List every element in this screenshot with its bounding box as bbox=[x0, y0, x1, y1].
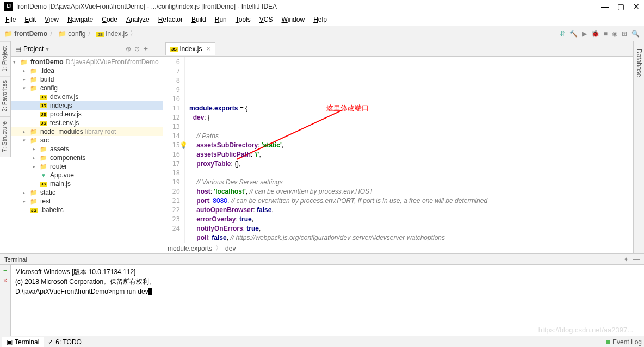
terminal-hide-icon[interactable]: — bbox=[633, 256, 640, 263]
terminal-content[interactable]: Microsoft Windows [版本 10.0.17134.112](c)… bbox=[11, 265, 644, 336]
menu-navigate[interactable]: Navigate bbox=[64, 15, 96, 24]
tree-item[interactable]: JSprod.env.js bbox=[11, 110, 163, 119]
vertical-tab[interactable]: 1: Project bbox=[0, 41, 10, 76]
tree-label: main.js bbox=[50, 180, 71, 188]
code-breadcrumb-item[interactable]: module.exports bbox=[168, 245, 212, 252]
menu-tools[interactable]: Tools bbox=[232, 15, 254, 24]
editor-tab[interactable]: JS index.js × bbox=[165, 42, 215, 55]
terminal-header: Terminal ✦ — bbox=[0, 254, 644, 265]
breadcrumb-item[interactable]: 📁 frontDemo bbox=[4, 30, 47, 38]
maximize-button[interactable]: ▢ bbox=[617, 2, 624, 11]
breadcrumb-item[interactable]: JS index.js bbox=[96, 30, 128, 38]
bottom-tab[interactable]: ▣Terminal bbox=[2, 337, 44, 347]
tree-item[interactable]: App.vue bbox=[11, 171, 163, 179]
profile-icon[interactable]: ◉ bbox=[612, 30, 617, 38]
project-tree[interactable]: ▾ frontDemo D:\javaApiXVueFront\frontDem… bbox=[11, 57, 163, 253]
vertical-tab[interactable]: Database bbox=[634, 46, 644, 253]
minimize-button[interactable]: — bbox=[601, 2, 609, 11]
collapse-icon[interactable]: ⊕ bbox=[126, 45, 131, 53]
build-icon[interactable]: 🔨 bbox=[569, 30, 578, 38]
tree-item[interactable]: JS.babelrc bbox=[11, 206, 163, 214]
editor-tabs: JS index.js × bbox=[163, 41, 633, 57]
menu-window[interactable]: Window bbox=[278, 15, 308, 24]
terminal-sidebar: + × bbox=[0, 265, 11, 336]
breadcrumb-item[interactable]: 📁 config bbox=[58, 30, 85, 38]
editor-area: JS index.js × 67891011121314151617181920… bbox=[163, 41, 633, 253]
nav-bar: 📁 frontDemo〉📁 config〉JS index.js〉 ⇵ 🔨 ▶ … bbox=[0, 26, 644, 41]
vertical-tab[interactable]: 7: Structure bbox=[0, 116, 10, 157]
menu-run[interactable]: Run bbox=[212, 15, 230, 24]
code-breadcrumb-item[interactable]: dev bbox=[225, 245, 236, 252]
tree-item[interactable]: ▸components bbox=[11, 153, 163, 162]
menu-code[interactable]: Code bbox=[98, 15, 121, 24]
tree-item[interactable]: ▾src bbox=[11, 136, 163, 145]
menu-bar: FileEditViewNavigateCodeAnalyzeRefactorB… bbox=[0, 13, 644, 26]
folder-icon bbox=[20, 59, 28, 66]
tree-item[interactable]: ▸.idea bbox=[11, 66, 163, 75]
project-panel: ▤ Project ▾ ⊕ ⊙ ✦ — ▾ frontDemo D:\javaA… bbox=[11, 41, 163, 253]
tree-item[interactable]: ▸build bbox=[11, 75, 163, 84]
menu-file[interactable]: File bbox=[2, 15, 19, 24]
gear-icon[interactable]: ✦ bbox=[143, 45, 148, 53]
menu-vcs[interactable]: VCS bbox=[256, 15, 276, 24]
sync-icon[interactable]: ⇵ bbox=[560, 30, 565, 38]
close-tab-icon[interactable]: × bbox=[206, 45, 210, 53]
project-title: Project bbox=[23, 45, 44, 53]
terminal-gear-icon[interactable]: ✦ bbox=[623, 256, 629, 263]
stop-icon[interactable]: ■ bbox=[604, 30, 608, 38]
tree-item[interactable]: JSindex.js bbox=[11, 101, 163, 110]
vue-icon bbox=[39, 172, 48, 178]
menu-view[interactable]: View bbox=[41, 15, 62, 24]
menu-refactor[interactable]: Refactor bbox=[155, 15, 186, 24]
bottom-tab[interactable]: ✓6: TODO bbox=[44, 337, 86, 347]
tree-item[interactable]: ▸node_moduleslibrary root bbox=[11, 127, 163, 136]
tree-label: static bbox=[40, 189, 55, 196]
tree-item[interactable]: ▾config bbox=[11, 84, 163, 92]
js-icon: JS bbox=[39, 95, 48, 100]
code-area[interactable]: 这里修改端口 module.exports = { dev: { // Path… bbox=[185, 57, 633, 243]
editor-content[interactable]: 6789101112131415161718192021222324 这里修改端… bbox=[163, 57, 633, 243]
tree-label: dev.env.js bbox=[50, 93, 78, 101]
terminal-panel: Terminal ✦ — + × Microsoft Windows [版本 1… bbox=[0, 253, 644, 336]
tree-label: node_modules bbox=[40, 128, 83, 135]
tree-item[interactable]: JSmain.js bbox=[11, 179, 163, 188]
app-icon: IJ bbox=[4, 2, 13, 11]
tree-item[interactable]: ▸assets bbox=[11, 145, 163, 153]
close-terminal-icon[interactable]: × bbox=[3, 277, 7, 284]
event-log[interactable]: Event Log bbox=[606, 338, 642, 346]
run-icon[interactable]: ▶ bbox=[582, 30, 587, 38]
js-icon: JS bbox=[170, 47, 178, 52]
debug-icon[interactable]: 🐞 bbox=[591, 30, 599, 38]
folder-icon bbox=[29, 85, 38, 92]
bottom-tabs: ▣Terminal✓6: TODOEvent Log bbox=[0, 336, 644, 347]
breadcrumb[interactable]: 📁 frontDemo〉📁 config〉JS index.js〉 bbox=[4, 29, 560, 38]
menu-edit[interactable]: Edit bbox=[21, 15, 39, 24]
tree-item[interactable]: JSdev.env.js bbox=[11, 92, 163, 101]
dropdown-icon[interactable]: ▾ bbox=[46, 45, 49, 53]
target-icon[interactable]: ⊙ bbox=[134, 45, 140, 53]
menu-help[interactable]: Help bbox=[310, 15, 330, 24]
search-icon[interactable]: 🔍 bbox=[631, 30, 640, 38]
code-breadcrumb[interactable]: module.exports〉dev bbox=[163, 243, 633, 253]
tree-label: config bbox=[40, 84, 58, 92]
tree-item[interactable]: ▸test bbox=[11, 197, 163, 206]
vertical-tab[interactable]: 2: Favorites bbox=[0, 76, 10, 116]
tree-label: App.vue bbox=[50, 171, 74, 179]
menu-analyze[interactable]: Analyze bbox=[123, 15, 153, 24]
folder-icon bbox=[29, 67, 38, 75]
tree-item[interactable]: JStest.env.js bbox=[11, 119, 163, 127]
tree-item[interactable]: ▸static bbox=[11, 188, 163, 197]
project-icon: ▤ bbox=[15, 45, 21, 53]
close-button[interactable]: ✕ bbox=[633, 2, 640, 11]
tree-label: test bbox=[40, 197, 51, 205]
tree-item[interactable]: ▸router bbox=[11, 162, 163, 171]
js-icon: JS bbox=[39, 182, 48, 187]
js-icon: JS bbox=[39, 121, 48, 126]
hide-icon[interactable]: — bbox=[152, 45, 158, 53]
tab-label: Terminal bbox=[15, 338, 39, 346]
new-terminal-icon[interactable]: + bbox=[3, 267, 7, 275]
tree-root[interactable]: ▾ frontDemo D:\javaApiXVueFront\frontDem… bbox=[11, 58, 163, 66]
menu-build[interactable]: Build bbox=[188, 15, 209, 24]
root-label: frontDemo bbox=[30, 58, 64, 66]
settings-icon[interactable]: ⊞ bbox=[622, 30, 627, 38]
